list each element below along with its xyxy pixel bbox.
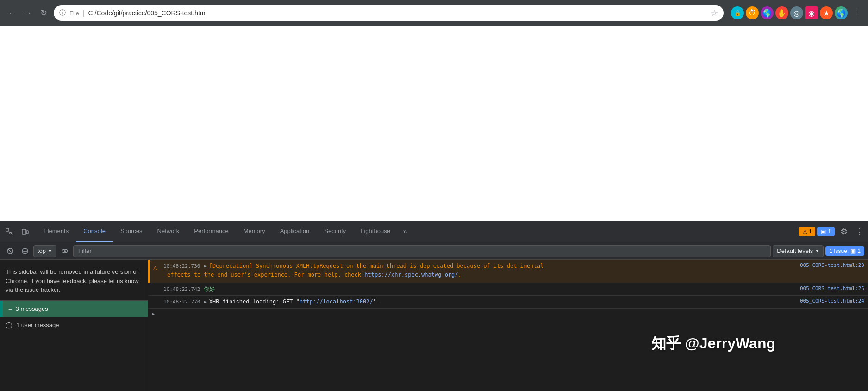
context-selector[interactable]: top ▼ xyxy=(33,245,56,257)
block-network-button[interactable] xyxy=(19,245,31,258)
extension-icons: 🔒 ⏱ 🌎 ✋ ◎ ◉ ★ 🌎 ⋮ xyxy=(731,6,862,19)
tab-application[interactable]: Application xyxy=(273,221,317,242)
default-levels-dropdown-icon: ▼ xyxy=(815,248,819,253)
svg-point-8 xyxy=(64,250,66,252)
file-label: File xyxy=(69,10,79,17)
console-content: This sidebar will be removed in a future… xyxy=(0,260,868,391)
svg-rect-0 xyxy=(6,228,9,231)
devtools-left-icons xyxy=(2,224,32,239)
eye-button[interactable] xyxy=(58,245,71,258)
bookmark-icon[interactable]: ☆ xyxy=(711,8,718,18)
tab-performance[interactable]: Performance xyxy=(187,221,236,242)
sidebar-section: ≡ 3 messages ◯ 1 user message xyxy=(0,301,148,333)
messages-list-icon: ≡ xyxy=(8,305,12,312)
messages-label: 3 messages xyxy=(16,305,48,312)
nihao-msg-row: 10:48:22.742 你好 005_CORS-test.html:25 xyxy=(153,285,864,294)
reload-button[interactable]: ↻ xyxy=(37,6,50,19)
context-label: top xyxy=(37,247,46,254)
nihao-text: 你好 xyxy=(204,285,796,293)
xhr-timestamp: 10:48:22.770 xyxy=(163,297,200,306)
nihao-source-link[interactable]: 005_CORS-test.html:25 xyxy=(800,285,864,293)
xhr-spacer-icon xyxy=(153,298,161,306)
svg-rect-2 xyxy=(26,231,28,234)
ext-icon-8[interactable]: 🌎 xyxy=(835,6,848,19)
warning-message-text: [Deprecation] Synchronous XMLHttpRequest… xyxy=(209,262,796,270)
devtools-settings-button[interactable]: ⚙ xyxy=(837,224,851,239)
nav-buttons: ← → ↻ xyxy=(6,6,50,19)
devtools-tab-bar: Elements Console Sources Network Perform… xyxy=(0,221,868,242)
info-spacer-icon xyxy=(153,286,161,293)
sidebar-notice-text: This sidebar will be removed in a future… xyxy=(0,260,148,300)
tab-network[interactable]: Network xyxy=(150,221,187,242)
ext-icon-6[interactable]: ◉ xyxy=(805,6,818,19)
warning-msg-row: △ 10:48:22.730 ► [Deprecation] Synchrono… xyxy=(153,262,864,271)
warning-triangle-icon: △ xyxy=(803,228,807,235)
devtools-more-options-button[interactable]: ⋮ xyxy=(853,225,866,238)
expand-arrow-icon[interactable]: ► xyxy=(204,262,207,270)
tab-elements[interactable]: Elements xyxy=(36,221,76,242)
back-button[interactable]: ← xyxy=(6,6,19,19)
url-text: C:/Code/git/practice/005_CORS-test.html xyxy=(88,9,707,17)
tab-lighthouse[interactable]: Lighthouse xyxy=(353,221,398,242)
clear-console-button[interactable] xyxy=(4,245,17,258)
warning-source-link[interactable]: 005_CORS-test.html:23 xyxy=(800,262,864,270)
element-picker-button[interactable] xyxy=(2,224,17,239)
more-tabs-button[interactable]: » xyxy=(398,224,412,239)
ext-icon-2[interactable]: ⏱ xyxy=(746,6,759,19)
warning-continuation-text: effects to the end user's experience. Fo… xyxy=(167,271,864,281)
ext-icon-5[interactable]: ◎ xyxy=(790,6,803,19)
warning-timestamp: 10:48:22.730 xyxy=(163,262,200,271)
tab-sources[interactable]: Sources xyxy=(113,221,150,242)
issue-bubble-icon: ▣ xyxy=(850,248,856,254)
context-dropdown-icon: ▼ xyxy=(48,248,52,253)
warning-badge[interactable]: △ 1 xyxy=(799,227,816,236)
console-messages-area: △ 10:48:22.730 ► [Deprecation] Synchrono… xyxy=(148,260,868,391)
expand-icon: ► xyxy=(152,310,155,317)
default-levels-selector[interactable]: Default levels ▼ xyxy=(773,245,824,257)
page-content xyxy=(0,26,868,221)
console-message-nihao: 10:48:22.742 你好 005_CORS-test.html:25 xyxy=(148,283,868,296)
localhost-link[interactable]: http://localhost:3002/ xyxy=(300,298,373,305)
tab-memory[interactable]: Memory xyxy=(236,221,273,242)
tab-console[interactable]: Console xyxy=(76,221,113,242)
svg-line-4 xyxy=(8,249,12,253)
xhr-msg-row: 10:48:22.770 ► XHR finished loading: GET… xyxy=(153,297,864,306)
xhr-source-link[interactable]: 005_CORS-test.html:24 xyxy=(800,297,864,305)
devtools-panel: Elements Console Sources Network Perform… xyxy=(0,221,868,391)
console-toolbar: top ▼ Default levels ▼ 1 Issue: ▣ 1 xyxy=(0,242,868,260)
filter-input[interactable] xyxy=(73,245,771,257)
xhr-spec-link[interactable]: https://xhr.spec.whatwg.org/ xyxy=(364,271,458,278)
address-bar[interactable]: ⓘ File | C:/Code/git/practice/005_CORS-t… xyxy=(54,5,724,21)
devtools-tabs-right: △ 1 ▣ 1 ⚙ ⋮ xyxy=(799,224,866,239)
ext-icon-7[interactable]: ★ xyxy=(820,6,833,19)
device-toggle-button[interactable] xyxy=(18,224,32,239)
xhr-expand-arrow-icon[interactable]: ► xyxy=(204,297,207,306)
error-badge[interactable]: ▣ 1 xyxy=(817,227,835,236)
issue-badge[interactable]: 1 Issue: ▣ 1 xyxy=(825,246,864,256)
browser-chrome: ← → ↻ ⓘ File | C:/Code/git/practice/005_… xyxy=(0,0,868,26)
user-icon: ◯ xyxy=(6,322,12,328)
console-message-xhr: 10:48:22.770 ► XHR finished loading: GET… xyxy=(148,296,868,309)
error-bubble-icon: ▣ xyxy=(821,228,826,235)
info-icon: ⓘ xyxy=(59,9,66,17)
ext-icon-9[interactable]: ⋮ xyxy=(849,6,862,19)
xhr-message-text: XHR finished loading: GET "http://localh… xyxy=(209,297,796,306)
forward-button[interactable]: → xyxy=(21,6,34,19)
sidebar-user-messages-item[interactable]: ◯ 1 user message xyxy=(0,317,148,333)
sidebar-messages-row: ≡ 3 messages xyxy=(0,301,148,317)
user-message-label: 1 user message xyxy=(16,322,59,328)
tab-security[interactable]: Security xyxy=(317,221,353,242)
sidebar-messages-item[interactable]: ≡ 3 messages xyxy=(3,301,148,317)
ext-icon-1[interactable]: 🔒 xyxy=(731,6,744,19)
console-message-warning: △ 10:48:22.730 ► [Deprecation] Synchrono… xyxy=(148,260,868,283)
ext-icon-4[interactable]: ✋ xyxy=(775,6,788,19)
svg-rect-1 xyxy=(22,229,26,234)
console-sidebar: This sidebar will be removed in a future… xyxy=(0,260,148,391)
expand-row[interactable]: ► xyxy=(148,309,868,319)
warning-icon: △ xyxy=(153,263,161,270)
ext-icon-3[interactable]: 🌎 xyxy=(761,6,774,19)
nihao-timestamp: 10:48:22.742 xyxy=(163,285,200,294)
